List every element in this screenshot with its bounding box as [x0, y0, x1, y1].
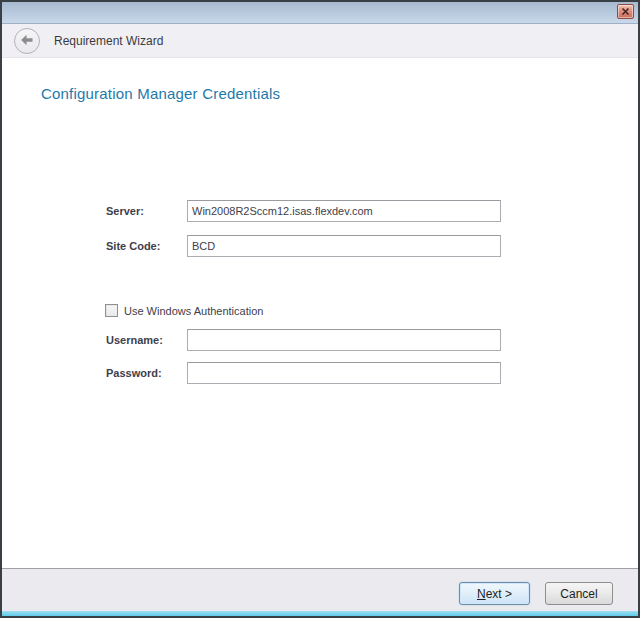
username-input[interactable]: [187, 329, 501, 351]
wizard-footer: Next > Cancel: [2, 568, 638, 611]
page-title: Configuration Manager Credentials: [41, 85, 280, 102]
windows-auth-label[interactable]: Use Windows Authentication: [124, 305, 263, 317]
server-input[interactable]: [187, 200, 501, 222]
wizard-title: Requirement Wizard: [54, 34, 163, 48]
wizard-header: Requirement Wizard: [2, 24, 638, 58]
next-button[interactable]: Next >: [459, 582, 530, 605]
back-button[interactable]: [14, 28, 40, 54]
password-input[interactable]: [187, 362, 501, 384]
window-bottom-accent: [2, 611, 638, 616]
next-button-label: ext >: [486, 587, 512, 601]
site-code-input[interactable]: [187, 235, 501, 257]
back-arrow-icon: [20, 32, 34, 50]
username-label: Username:: [106, 329, 163, 351]
cancel-button[interactable]: Cancel: [545, 582, 613, 605]
close-button[interactable]: [617, 4, 634, 19]
windows-auth-checkbox[interactable]: [105, 304, 118, 317]
password-label: Password:: [106, 362, 162, 384]
wizard-content: Configuration Manager Credentials Server…: [2, 58, 638, 568]
cancel-button-label: Cancel: [560, 587, 597, 601]
windows-auth-row: Use Windows Authentication: [105, 303, 263, 318]
server-label: Server:: [106, 200, 144, 222]
next-button-mnemonic: N: [477, 587, 486, 601]
site-code-label: Site Code:: [106, 235, 160, 257]
title-bar[interactable]: [2, 2, 638, 24]
wizard-window: Requirement Wizard Configuration Manager…: [0, 0, 640, 618]
close-icon: [621, 7, 630, 16]
